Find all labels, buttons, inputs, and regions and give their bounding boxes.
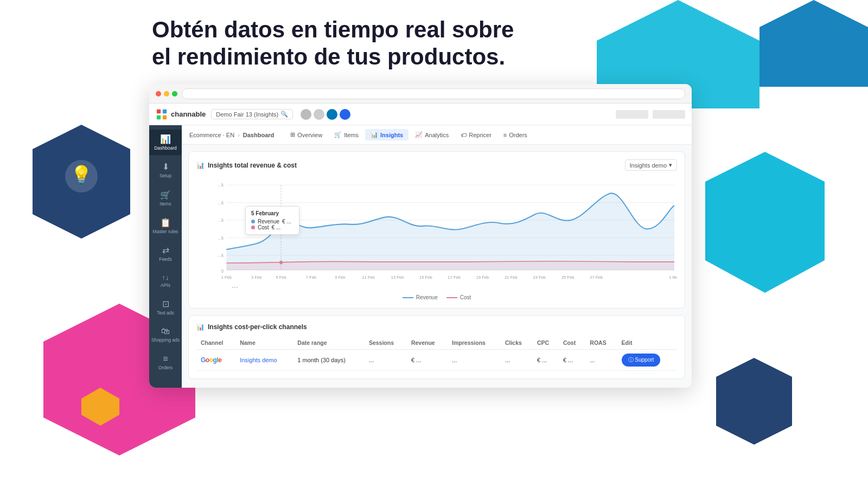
svg-point-42 [279, 261, 283, 264]
orders-tab-icon: ≡ [503, 132, 507, 138]
feed-selector[interactable]: Demo Fair 13 (Insights) 🔍 [211, 109, 293, 119]
avatar-3 [327, 109, 337, 120]
cell-impressions: ... [448, 350, 501, 371]
sidebar-item-feeds[interactable]: ⇄ Feeds [149, 241, 182, 266]
browser-dots [156, 91, 177, 97]
chart-title: 📊 Insights total revenue & cost [196, 162, 297, 169]
svg-marker-8 [716, 358, 792, 445]
close-dot[interactable] [156, 91, 161, 97]
text-ads-icon: ⊡ [162, 299, 169, 309]
chart-legend: Revenue Cost [196, 294, 677, 300]
col-cpc: CPC [533, 336, 559, 350]
sidebar-item-dashboard[interactable]: 📊 Dashboard [149, 130, 182, 155]
chart-dropdown[interactable]: Insights demo ▾ [625, 159, 677, 171]
cpc-table-card: 📊 Insights cost-per-click channels Chann… [188, 315, 685, 379]
svg-text:13 Feb: 13 Feb [391, 275, 404, 280]
cell-sessions: ... [365, 350, 407, 371]
tab-items[interactable]: 🛒 Items [329, 129, 364, 140]
col-roas: ROAS [585, 336, 617, 350]
svg-text:1 Mar: 1 Mar [669, 275, 677, 280]
sidebar-item-setup[interactable]: ⬇ Setup [149, 157, 182, 183]
breadcrumb: Ecommerce · EN › Dashboard [189, 132, 274, 138]
svg-text:💡: 💡 [71, 164, 92, 185]
apis-icon: ↑↓ [162, 273, 169, 281]
repricer-icon: 🏷 [461, 132, 467, 138]
chart-card-header: 📊 Insights total revenue & cost Insights… [196, 159, 677, 171]
table-row: Google Insights demo 1 month (30 days) .… [196, 350, 677, 371]
content-area: 📊 Insights total revenue & cost Insights… [182, 145, 692, 388]
cpc-table: Channel Name Date range Sessions Revenue… [196, 336, 677, 371]
main-content: Ecommerce · EN › Dashboard ⊞ Overview 🛒 … [182, 125, 692, 388]
sidebar-item-master-rules[interactable]: 📋 Master rules [149, 213, 182, 239]
svg-text:9 Feb: 9 Feb [335, 275, 346, 280]
chart-title-icon: 📊 [196, 162, 205, 169]
orders-icon: ≡ [163, 354, 168, 364]
dashboard-icon: 📊 [160, 134, 171, 144]
legend-revenue: Revenue [403, 294, 438, 300]
svg-text:0: 0 [221, 268, 224, 274]
overview-icon: ⊞ [290, 131, 295, 138]
cell-date-range: 1 month (30 days) [293, 350, 365, 371]
tab-orders[interactable]: ≡ Orders [498, 129, 533, 140]
tab-analytics[interactable]: 📈 Analytics [410, 129, 454, 140]
col-clicks: Clicks [501, 336, 533, 350]
avatar-2 [314, 109, 324, 120]
insights-demo-link[interactable]: Insights demo [240, 357, 277, 363]
minimize-dot[interactable] [164, 91, 169, 97]
support-button[interactable]: ⓘ Support [622, 354, 661, 367]
tab-overview[interactable]: ⊞ Overview [285, 129, 328, 140]
browser-window: channable Demo Fair 13 (Insights) 🔍 [149, 84, 692, 388]
master-rules-icon: 📋 [160, 217, 171, 228]
tab-repricer[interactable]: 🏷 Repricer [455, 129, 497, 140]
address-bar[interactable] [182, 88, 685, 99]
col-channel: Channel [196, 336, 235, 350]
items-icon: 🛒 [160, 190, 171, 200]
svg-marker-7 [705, 152, 825, 293]
app-layout: 📊 Dashboard ⬇ Setup 🛒 Items 📋 Master rul… [149, 125, 692, 388]
channable-logo: channable [156, 108, 206, 120]
cell-edit: ⓘ Support [617, 350, 677, 371]
svg-text:...k: ...k [218, 200, 225, 206]
shopping-ads-icon: 🛍 [161, 326, 170, 336]
col-cost: Cost [559, 336, 585, 350]
svg-text:23 Feb: 23 Feb [533, 275, 546, 280]
items-tab-icon: 🛒 [334, 131, 342, 138]
top-bar-right [616, 110, 685, 119]
cell-clicks: ... [501, 350, 533, 371]
channable-logo-icon [156, 108, 168, 120]
top-bar-placeholder-2 [653, 110, 685, 119]
svg-text:1 Feb: 1 Feb [221, 275, 232, 280]
setup-icon: ⬇ [162, 162, 169, 172]
svg-text:...k: ...k [218, 253, 225, 258]
maximize-dot[interactable] [172, 91, 177, 97]
svg-text:...k: ...k [218, 217, 225, 223]
col-name: Name [235, 336, 293, 350]
chevron-down-icon: ▾ [669, 162, 672, 169]
sidebar-item-items[interactable]: 🛒 Items [149, 185, 182, 211]
sidebar-item-shopping-ads[interactable]: 🛍 Shopping ads [149, 322, 182, 347]
table-title: 📊 Insights cost-per-click channels [196, 323, 677, 331]
top-bar: channable Demo Fair 13 (Insights) 🔍 [149, 104, 692, 125]
tooltip-revenue-row: Revenue € ... [251, 219, 293, 224]
revenue-chart: ...k ...k ...k ...k ...k 0 [196, 176, 677, 285]
feeds-icon: ⇄ [162, 245, 169, 255]
browser-content: channable Demo Fair 13 (Insights) 🔍 [149, 104, 692, 388]
svg-text:21 Feb: 21 Feb [505, 275, 518, 280]
sidebar-item-orders[interactable]: ≡ Orders [149, 350, 182, 375]
cell-cost: € ... [559, 350, 585, 371]
sidebar-item-text-ads[interactable]: ⊡ Text ads [149, 294, 182, 320]
google-logo: Google [201, 356, 221, 364]
svg-marker-1 [760, 0, 868, 87]
svg-rect-10 [163, 109, 167, 113]
svg-text:11 Feb: 11 Feb [362, 275, 375, 280]
col-impressions: Impressions [448, 336, 501, 350]
col-edit: Edit [617, 336, 677, 350]
tooltip-cost-row: Cost € ... [251, 224, 293, 230]
nav-tabs: ⊞ Overview 🛒 Items 📊 Insights 📈 [285, 129, 533, 140]
cell-cpc: € ... [533, 350, 559, 371]
svg-rect-12 [163, 115, 167, 119]
sidebar-item-apis[interactable]: ↑↓ APIs [149, 269, 182, 292]
cell-roas: ... [585, 350, 617, 371]
tab-insights[interactable]: 📊 Insights [365, 129, 409, 140]
top-bar-placeholder-1 [616, 110, 648, 119]
